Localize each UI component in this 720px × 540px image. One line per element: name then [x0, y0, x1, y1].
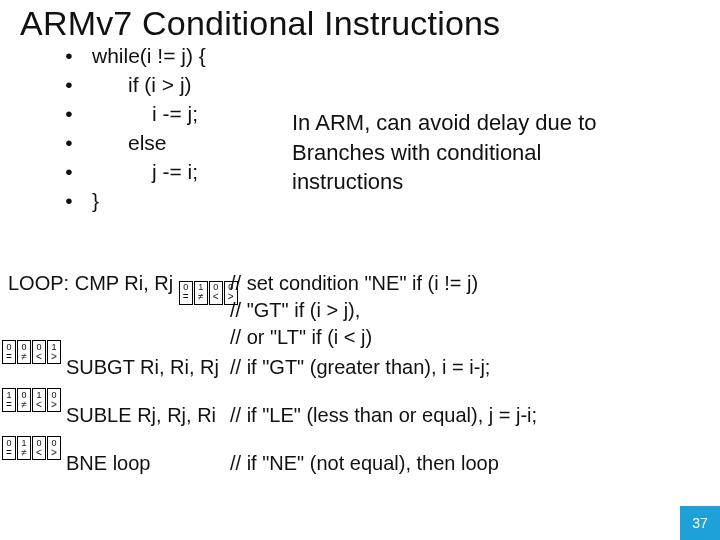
asm-row-subgt: 0= 0≠ 0< 1> SUBGT Ri, Ri, Rj // if "GT" … — [0, 354, 720, 402]
asm-comment: // if "NE" (not equal), then loop — [230, 450, 499, 477]
flag-cell: 0< — [32, 436, 46, 460]
bullet-icon: • — [56, 71, 82, 100]
asm-comment-line: // "GT" if (i > j), — [230, 297, 478, 324]
flag-cell: 0< — [209, 281, 223, 305]
asm-row-bne: 0= 1≠ 0< 0> BNE loop // if "NE" (not equ… — [0, 450, 720, 498]
note-line: Branches with conditional — [292, 138, 702, 168]
note-line: instructions — [292, 167, 702, 197]
flags-leading: 0= 0≠ 0< 1> — [2, 340, 61, 364]
slide: ARMv7 Conditional Instructions •while(i … — [0, 0, 720, 540]
flag-cell: 1> — [47, 340, 61, 364]
flag-cell: 0> — [47, 388, 61, 412]
flag-cell: 1= — [2, 388, 16, 412]
flag-cell: 1≠ — [17, 436, 31, 460]
flag-cell: 0≠ — [17, 340, 31, 364]
bullet-icon: • — [56, 187, 82, 216]
asm-comment: // if "LE" (less than or equal), j = j-i… — [230, 402, 537, 429]
flags-leading: 1= 0≠ 1< 0> — [2, 388, 61, 412]
asm-block: LOOP: CMP Ri, Rj 0= 1≠ 0< 0> // set cond… — [0, 270, 720, 498]
flag-cell: 0< — [32, 340, 46, 364]
flag-cell: 1≠ — [194, 281, 208, 305]
asm-comment: // if "GT" (greater than), i = i-j; — [230, 354, 490, 381]
code-line: if (i > j) — [82, 71, 192, 100]
asm-comment: // set condition "NE" if (i != j) // "GT… — [230, 270, 478, 351]
bullet-icon: • — [56, 100, 82, 129]
flag-cell: 0= — [2, 436, 16, 460]
flags-inline: 0= 1≠ 0< 0> — [179, 281, 238, 305]
bullet-icon: • — [56, 129, 82, 158]
flag-cell: 0= — [2, 340, 16, 364]
note-block: In ARM, can avoid delay due to Branches … — [292, 108, 702, 197]
code-line: i -= j; — [82, 100, 198, 129]
asm-row-suble: 1= 0≠ 1< 0> SUBLE Rj, Rj, Ri // if "LE" … — [0, 402, 720, 450]
asm-comment-line: // or "LT" if (i < j) — [230, 324, 478, 351]
code-line: else — [82, 129, 167, 158]
code-line: j -= i; — [82, 158, 198, 187]
slide-title: ARMv7 Conditional Instructions — [20, 4, 500, 43]
code-line: } — [82, 187, 99, 216]
asm-text: LOOP: CMP Ri, Rj — [8, 272, 173, 294]
bullet-icon: • — [56, 158, 82, 187]
code-block: •while(i != j) { •if (i > j) •i -= j; •e… — [56, 42, 206, 216]
asm-instr: SUBLE Rj, Rj, Ri — [66, 402, 216, 429]
code-line: while(i != j) { — [82, 42, 206, 71]
flags-leading: 0= 1≠ 0< 0> — [2, 436, 61, 460]
bullet-icon: • — [56, 42, 82, 71]
note-line: In ARM, can avoid delay due to — [292, 108, 702, 138]
page-number: 37 — [680, 506, 720, 540]
flag-cell: 0> — [47, 436, 61, 460]
asm-comment-line: // set condition "NE" if (i != j) — [230, 270, 478, 297]
flag-cell: 0= — [179, 281, 193, 305]
asm-instr: BNE loop — [66, 450, 151, 477]
asm-loop-label: LOOP: CMP Ri, Rj 0= 1≠ 0< 0> — [8, 270, 242, 309]
flag-cell: 0≠ — [17, 388, 31, 412]
flag-cell: 1< — [32, 388, 46, 412]
asm-instr: SUBGT Ri, Ri, Rj — [66, 354, 219, 381]
asm-row-cmp: LOOP: CMP Ri, Rj 0= 1≠ 0< 0> // set cond… — [0, 270, 720, 354]
